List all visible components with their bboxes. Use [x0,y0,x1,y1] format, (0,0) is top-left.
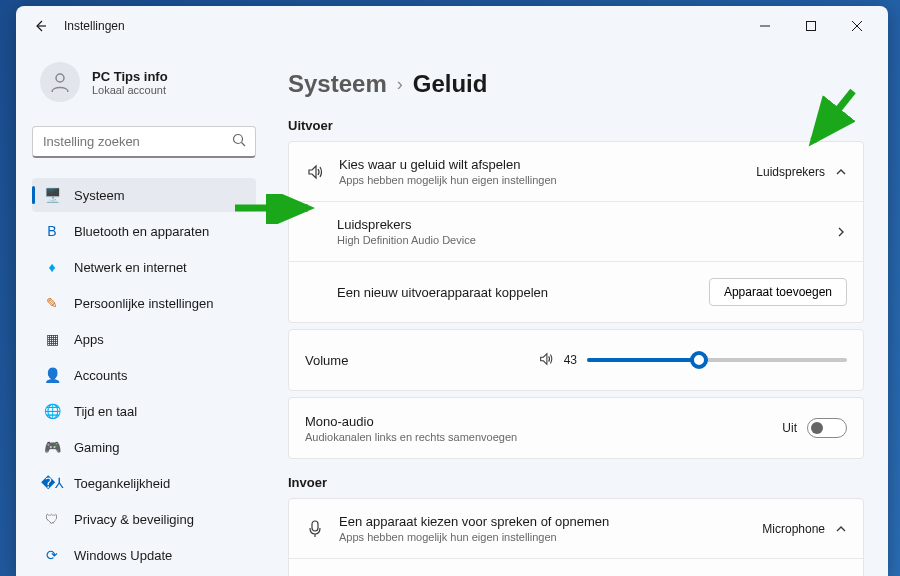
maximize-button[interactable] [788,10,834,42]
row-title: Een apparaat kiezen voor spreken of opne… [339,514,748,529]
volume-row: Volume 43 [289,330,863,390]
sidebar-item-label: Accounts [74,368,127,383]
minimize-icon [760,21,770,31]
sidebar-item-label: Tijd en taal [74,404,137,419]
row-subtitle: High Definition Audio Device [337,234,821,246]
user-name: PC Tips info [92,69,168,84]
row-title: Een nieuw uitvoerapparaat koppelen [337,285,695,300]
main-panel: Systeem › Geluid Uitvoer Kies waar u gel… [264,46,888,576]
sidebar-item-systeem[interactable]: 🖥️Systeem [32,178,256,212]
person-icon [48,70,72,94]
breadcrumb-parent[interactable]: Systeem [288,70,387,98]
avatar [40,62,80,102]
row-title: Kies waar u geluid wilt afspelen [339,157,742,172]
sidebar-item-accounts[interactable]: 👤Accounts [32,358,256,392]
breadcrumb-current: Geluid [413,70,488,98]
toggle-state-label: Uit [782,421,797,435]
sidebar-item-label: Systeem [74,188,125,203]
sidebar: PC Tips info Lokaal account 🖥️SysteemBBl… [16,46,264,576]
chevron-right-icon: › [397,74,403,95]
row-subtitle: Audiokanalen links en rechts samenvoegen [305,431,768,443]
section-title-output: Uitvoer [288,118,864,133]
svg-point-6 [234,135,243,144]
row-title: Mono-audio [305,414,768,429]
sidebar-item-label: Privacy & beveiliging [74,512,194,527]
window-controls [742,10,880,42]
svg-line-7 [242,143,246,147]
sidebar-item-apps[interactable]: ▦Apps [32,322,256,356]
microphone-row[interactable]: Microphone High Definition Audio Device [289,559,863,576]
chevron-right-icon [835,226,847,238]
search-input[interactable] [32,126,256,158]
volume-slider[interactable] [587,358,847,362]
nav-icon: 🛡 [44,511,60,527]
sidebar-item-tijd-en-taal[interactable]: 🌐Tijd en taal [32,394,256,428]
chevron-up-icon [835,523,847,535]
pair-output-row: Een nieuw uitvoerapparaat koppelen Appar… [289,262,863,322]
nav-icon: ⟳ [44,547,60,563]
sidebar-item-label: Gaming [74,440,120,455]
sidebar-item-bluetooth-en-apparaten[interactable]: BBluetooth en apparaten [32,214,256,248]
sidebar-item-persoonlijke-instellingen[interactable]: ✎Persoonlijke instellingen [32,286,256,320]
row-subtitle: Apps hebben mogelijk hun eigen instellin… [339,174,742,186]
close-button[interactable] [834,10,880,42]
sidebar-item-netwerk-en-internet[interactable]: ♦Netwerk en internet [32,250,256,284]
sidebar-item-windows-update[interactable]: ⟳Windows Update [32,538,256,572]
row-title: Volume [305,353,524,368]
sidebar-item-label: Windows Update [74,548,172,563]
sidebar-item-gaming[interactable]: 🎮Gaming [32,430,256,464]
sidebar-item-toegankelijkheid[interactable]: �⅄Toegankelijkheid [32,466,256,500]
back-button[interactable] [24,10,56,42]
user-account-type: Lokaal account [92,84,168,96]
row-subtitle: Apps hebben mogelijk hun eigen instellin… [339,531,748,543]
settings-window: Instellingen PC Tips info Lokaal account [16,6,888,576]
output-device-value: Luidsprekers [756,165,825,179]
sidebar-item-label: Toegankelijkheid [74,476,170,491]
nav-icon: 🖥️ [44,187,60,203]
maximize-icon [806,21,816,31]
close-icon [852,21,862,31]
sidebar-item-privacy-beveiliging[interactable]: 🛡Privacy & beveiliging [32,502,256,536]
search-field [32,126,256,158]
mono-audio-toggle[interactable] [807,418,847,438]
speaker-icon [305,163,325,181]
input-choose-row[interactable]: Een apparaat kiezen voor spreken of opne… [289,499,863,559]
nav-icon: 👤 [44,367,60,383]
input-device-group: Een apparaat kiezen voor spreken of opne… [288,498,864,576]
volume-value: 43 [564,353,577,367]
nav-icon: ✎ [44,295,60,311]
add-device-button[interactable]: Apparaat toevoegen [709,278,847,306]
svg-rect-2 [807,22,816,31]
nav-icon: 🌐 [44,403,60,419]
speaker-icon [538,351,554,370]
row-title: Luidsprekers [337,217,821,232]
nav-icon: 🎮 [44,439,60,455]
svg-rect-8 [312,521,318,531]
input-device-value: Microphone [762,522,825,536]
section-title-input: Invoer [288,475,864,490]
titlebar: Instellingen [16,6,888,46]
mono-audio-row: Mono-audio Audiokanalen links en rechts … [289,398,863,458]
window-title: Instellingen [64,19,742,33]
user-info[interactable]: PC Tips info Lokaal account [32,62,256,102]
chevron-up-icon [835,166,847,178]
nav-icon: �⅄ [44,475,60,491]
nav-icon: ♦ [44,259,60,275]
microphone-icon [305,520,325,538]
content: PC Tips info Lokaal account 🖥️SysteemBBl… [16,46,888,576]
search-icon [232,133,246,151]
arrow-left-icon [32,18,48,34]
mono-group: Mono-audio Audiokanalen links en rechts … [288,397,864,459]
volume-group: Volume 43 [288,329,864,391]
sidebar-item-label: Persoonlijke instellingen [74,296,213,311]
output-choose-row[interactable]: Kies waar u geluid wilt afspelen Apps he… [289,142,863,202]
speakers-row[interactable]: Luidsprekers High Definition Audio Devic… [289,202,863,262]
nav-icon: ▦ [44,331,60,347]
nav-list: 🖥️SysteemBBluetooth en apparaten♦Netwerk… [32,178,256,572]
minimize-button[interactable] [742,10,788,42]
nav-icon: B [44,223,60,239]
sidebar-item-label: Bluetooth en apparaten [74,224,209,239]
breadcrumb: Systeem › Geluid [288,70,864,98]
sidebar-item-label: Apps [74,332,104,347]
svg-point-5 [56,74,64,82]
